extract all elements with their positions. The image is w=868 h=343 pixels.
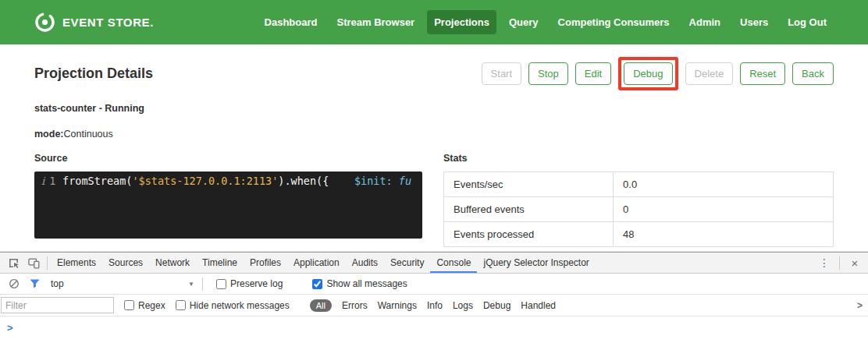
stat-label: Events processed: [444, 222, 614, 247]
nav-item-dashboard[interactable]: Dashboard: [258, 10, 325, 34]
code-token-keyword: fu: [399, 175, 411, 187]
projection-mode: mode:Continuous: [0, 129, 868, 140]
nav-item-stream-browser[interactable]: Stream Browser: [329, 10, 422, 34]
regex-label: Regex: [138, 300, 165, 311]
source-section: Source i 1 fromStream('$stats-127.0.0.1:…: [34, 153, 422, 247]
source-code-editor[interactable]: i 1 fromStream('$stats-127.0.0.1:2113').…: [34, 172, 422, 239]
level-filter-debug[interactable]: Debug: [483, 300, 510, 311]
console-input-area[interactable]: >: [0, 316, 868, 343]
clear-console-icon[interactable]: [4, 276, 24, 292]
chevron-down-icon: ▼: [188, 281, 194, 288]
divider: [47, 256, 48, 270]
devtools-tab-timeline[interactable]: Timeline: [196, 253, 244, 273]
overflow-chevron-icon[interactable]: >: [857, 300, 868, 311]
table-row: Events/sec 0.0: [444, 172, 834, 197]
projection-status: stats-counter - Running: [0, 103, 868, 115]
stats-section: Stats Events/sec 0.0 Buffered events 0 E…: [443, 153, 834, 247]
filter-input[interactable]: [1, 297, 114, 313]
code-token-string: '$stats-127.0.0.1:2113': [132, 175, 278, 187]
filter-funnel-icon[interactable]: [24, 276, 44, 292]
preserve-log-label: Preserve log: [230, 278, 283, 289]
debug-button[interactable]: Debug: [624, 62, 672, 85]
editor-gutter: i 1: [34, 172, 62, 239]
device-toolbar-icon[interactable]: [23, 255, 44, 271]
source-heading: Source: [34, 153, 422, 165]
nav-item-projections[interactable]: Projections: [427, 10, 496, 34]
brand: EVENT STORE.: [34, 12, 154, 33]
table-row: Events processed 48: [444, 222, 834, 247]
hide-network-messages-input[interactable]: [176, 300, 186, 310]
devtools-tab-network[interactable]: Network: [149, 253, 196, 273]
level-filter-handled[interactable]: Handled: [521, 300, 556, 311]
code-token: ).when({: [278, 175, 329, 187]
console-prompt-icon: >: [7, 322, 13, 334]
nav-item-competing-consumers[interactable]: Competing Consumers: [551, 10, 677, 34]
action-button-group: Start Stop Edit Debug Delete Reset Back: [482, 57, 834, 90]
divider: [839, 256, 840, 270]
level-filter-logs[interactable]: Logs: [453, 300, 473, 311]
stat-label: Events/sec: [444, 172, 614, 197]
devtools-panel: Elements Sources Network Timeline Profil…: [0, 252, 868, 343]
nav-item-logout[interactable]: Log Out: [781, 10, 834, 34]
devtools-tab-bar-right: ⋮ ×: [814, 255, 865, 271]
console-filter-row: Regex Hide network messages All Errors W…: [0, 295, 868, 316]
line-number: 1: [49, 175, 55, 239]
hide-network-messages-checkbox[interactable]: Hide network messages: [176, 300, 290, 311]
devtools-tab-profiles[interactable]: Profiles: [244, 253, 287, 273]
start-button[interactable]: Start: [482, 62, 521, 85]
devtools-tab-audits[interactable]: Audits: [346, 253, 384, 273]
nav-item-query[interactable]: Query: [502, 10, 546, 34]
show-all-messages-checkbox[interactable]: Show all messages: [312, 278, 407, 289]
app-root: EVENT STORE. Dashboard Stream Browser Pr…: [0, 0, 868, 343]
level-filter-info[interactable]: Info: [427, 300, 443, 311]
code-token-key: $init:: [329, 175, 398, 187]
back-button[interactable]: Back: [792, 62, 834, 85]
delete-button[interactable]: Delete: [685, 62, 734, 85]
hide-network-messages-label: Hide network messages: [190, 300, 290, 311]
code-line: fromStream('$stats-127.0.0.1:2113').when…: [62, 172, 411, 239]
execution-context-selector[interactable]: top ▼: [46, 278, 199, 289]
table-row: Buffered events 0: [444, 197, 834, 222]
context-value: top: [51, 278, 64, 289]
debug-annotation-highlight: Debug: [618, 57, 678, 90]
preserve-log-input[interactable]: [216, 279, 226, 289]
top-navbar: EVENT STORE. Dashboard Stream Browser Pr…: [0, 0, 868, 44]
page-header: Projection Details Start Stop Edit Debug…: [0, 57, 868, 90]
devtools-menu-icon[interactable]: ⋮: [814, 255, 834, 271]
show-all-messages-input[interactable]: [312, 279, 322, 289]
level-filter-errors[interactable]: Errors: [342, 300, 368, 311]
devtools-tab-security[interactable]: Security: [384, 253, 430, 273]
stats-heading: Stats: [443, 153, 834, 165]
preserve-log-checkbox[interactable]: Preserve log: [216, 278, 283, 289]
gutter-marker: i: [41, 175, 44, 239]
nav-menu: Dashboard Stream Browser Projections Que…: [258, 10, 834, 34]
stats-table: Events/sec 0.0 Buffered events 0 Events …: [443, 172, 834, 247]
devtools-tab-application[interactable]: Application: [287, 253, 346, 273]
devtools-tab-sources[interactable]: Sources: [102, 253, 149, 273]
divider: [202, 278, 203, 291]
nav-item-users[interactable]: Users: [733, 10, 775, 34]
reset-button[interactable]: Reset: [740, 62, 785, 85]
devtools-tab-elements[interactable]: Elements: [51, 253, 102, 273]
regex-checkbox[interactable]: Regex: [124, 300, 165, 311]
devtools-tab-jquery-selector-inspector[interactable]: jQuery Selector Inspector: [477, 253, 595, 273]
stop-button[interactable]: Stop: [528, 62, 568, 85]
show-all-messages-label: Show all messages: [326, 278, 407, 289]
edit-button[interactable]: Edit: [575, 62, 611, 85]
stat-label: Buffered events: [444, 197, 614, 222]
devtools-tab-console[interactable]: Console: [430, 253, 477, 273]
level-filter-all[interactable]: All: [310, 299, 332, 312]
page-title: Projection Details: [34, 65, 153, 82]
mode-label: mode:: [34, 129, 64, 140]
nav-item-admin[interactable]: Admin: [682, 10, 727, 34]
level-filter-warnings[interactable]: Warnings: [378, 300, 417, 311]
regex-input[interactable]: [124, 300, 134, 310]
inspect-element-icon[interactable]: [3, 255, 23, 271]
detail-columns: Source i 1 fromStream('$stats-127.0.0.1:…: [0, 153, 868, 247]
brand-name: EVENT STORE.: [62, 16, 154, 29]
stat-value: 0: [614, 197, 834, 222]
devtools-close-icon[interactable]: ×: [845, 255, 865, 271]
devtools-tab-bar: Elements Sources Network Timeline Profil…: [0, 253, 868, 274]
stat-value: 48: [614, 222, 834, 247]
console-toolbar: top ▼ Preserve log Show all messages: [0, 274, 868, 295]
